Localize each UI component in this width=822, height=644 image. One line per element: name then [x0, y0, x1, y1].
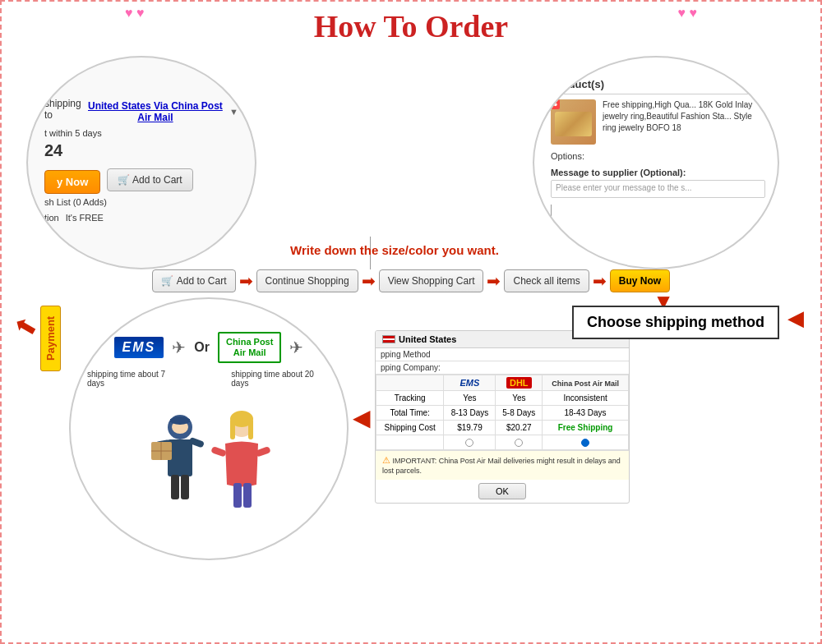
shipping-cost-label: Shipping Cost: [376, 421, 444, 435]
shipping-link[interactable]: United States Via China Post Air Mail: [85, 100, 226, 123]
buy-cart-buttons: y Now 🛒 Add to Cart: [44, 165, 193, 194]
total-time-ems: 8-13 Days: [444, 406, 496, 421]
col-header-blank: [376, 375, 444, 391]
buy-now-flow-label: Buy Now: [619, 275, 661, 287]
svg-rect-8: [181, 475, 189, 499]
col-header-china-post: China Post Air Mail: [543, 375, 629, 391]
product-description: Free shipping,High Qua... 18K Gold Inlay…: [603, 99, 765, 134]
radio-ems[interactable]: [465, 439, 473, 447]
connector-down: [551, 205, 552, 225]
price-display: 24: [44, 141, 62, 160]
center-area: Write down the size/color you want.: [256, 56, 533, 262]
product-row: ● Free shipping,High Qua... 18K Gold Inl…: [551, 99, 765, 145]
page-container: ♥ ♥ How To Order ♥ ♥ air shipping to Uni…: [0, 0, 822, 644]
write-down-text: Write down the size/color you want.: [290, 243, 499, 257]
total-time-row: Total Time: 8-13 Days 5-8 Days 18-43 Day…: [376, 406, 629, 421]
total-time-dhl: 5-8 Days: [496, 406, 543, 421]
svg-rect-14: [230, 419, 235, 439]
add-to-cart-label: Add to Cart: [132, 174, 182, 186]
col-header-ems: EMS: [444, 375, 496, 391]
china-post-logo: China PostAir Mail: [218, 332, 281, 363]
dropdown-icon[interactable]: ▼: [229, 107, 238, 117]
plane-china-post: ✈: [289, 338, 303, 357]
options-label: Options:: [551, 151, 584, 161]
product-badge: ●: [551, 99, 560, 109]
add-to-cart-button-left[interactable]: 🛒 Add to Cart: [107, 168, 192, 191]
total-time-label: Total Time:: [376, 406, 444, 421]
delivery-illustration: [127, 394, 291, 518]
shipping-table-container: United States pping Method pping Company…: [375, 330, 630, 504]
radio-ems-cell[interactable]: [444, 435, 496, 450]
ems-logo: EMS: [114, 337, 164, 358]
ok-button[interactable]: OK: [478, 483, 526, 499]
page-title: How To Order: [314, 1, 508, 44]
left-arrow-area: ➡: [14, 312, 36, 343]
shipping-method-label: pping Method: [381, 350, 431, 359]
shipping-cost-row: Shipping Cost $19.79 $20.27 Free Shippin…: [376, 421, 629, 435]
view-cart-label: View Shopping Cart: [388, 275, 475, 287]
radio-row: [376, 435, 629, 450]
china-post-shipping-time: shipping time about 20 days: [231, 370, 330, 388]
payment-label: Payment: [40, 306, 61, 371]
radio-dhl-cell[interactable]: [496, 435, 543, 450]
us-flag-icon: [382, 335, 395, 343]
check-items-label: Check all items: [513, 275, 580, 287]
radio-dhl[interactable]: [515, 439, 523, 447]
plane-ems: ✈: [172, 338, 186, 357]
message-input[interactable]: Please enter your message to the s...: [551, 180, 765, 198]
shipping-prefix: shipping to: [44, 98, 81, 121]
arrow-3: ➡: [487, 271, 501, 291]
shipping-options-circle: EMS ✈ Or China PostAir Mail ✈ shipping t…: [69, 297, 349, 560]
check-items-button[interactable]: Check all items: [504, 269, 589, 292]
choose-shipping-row: ◀ Choose shipping method: [787, 306, 804, 331]
important-note: ⚠ IMPORTANT: China Post Air Mail deliver…: [376, 450, 629, 479]
add-to-cart-flow-button[interactable]: 🛒 Add to Cart: [152, 269, 236, 292]
continue-shopping-label: Continue Shopping: [266, 275, 349, 287]
choose-shipping-area: ◀ Choose shipping method: [787, 306, 804, 331]
continue-shopping-button[interactable]: Continue Shopping: [256, 269, 358, 292]
product-page-circle: air shipping to United States Via China …: [26, 56, 256, 269]
shipping-comparison-table: EMS DHL China Post Air Mail Tracking Yes: [376, 375, 629, 450]
shipping-table-title: United States: [399, 334, 456, 344]
left-arrow-to-shipping: ◀: [787, 306, 804, 331]
flow-section: 🛒 Add to Cart ➡ Continue Shopping ➡ View…: [2, 269, 820, 292]
add-to-cart-flow-label: Add to Cart: [177, 275, 227, 287]
air-label: air: [44, 82, 55, 94]
hearts-top-right: ♥ ♥: [678, 6, 697, 21]
hearts-top-left: ♥ ♥: [125, 6, 144, 21]
shipping-logos-row: EMS ✈ Or China PostAir Mail ✈: [114, 332, 304, 363]
wish-list: sh List (0 Adds): [44, 197, 107, 207]
col-header-dhl: DHL: [496, 375, 543, 391]
cart-icon-flow: 🛒: [161, 275, 173, 287]
dhl-header-text: DHL: [506, 377, 532, 389]
within-days: t within 5 days: [44, 128, 102, 138]
svg-rect-19: [243, 483, 252, 508]
important-note-text: IMPORTANT: China Post Air Mail deliverie…: [382, 457, 621, 475]
shipping-row: shipping to United States Via China Post…: [44, 98, 238, 125]
top-section: air shipping to United States Via China …: [2, 48, 820, 269]
arrow-4: ➡: [593, 271, 607, 291]
cost-china-post: Free Shipping: [543, 421, 629, 435]
shipping-method-row: pping Method: [376, 348, 629, 361]
tracking-row: Tracking Yes Yes Inconsistent: [376, 391, 629, 406]
svg-rect-15: [248, 419, 253, 439]
warning-icon: ⚠: [382, 455, 390, 465]
china-post-header-text: China Post Air Mail: [552, 380, 619, 388]
left-arrow-mid-icon: ◀: [353, 404, 371, 431]
choose-shipping-box: Choose shipping method: [572, 306, 779, 339]
shipping-company-label: pping Company:: [381, 363, 441, 372]
total-time-china-post: 18-43 Days: [543, 406, 629, 421]
view-cart-button[interactable]: View Shopping Cart: [379, 269, 484, 292]
tracking-label: Tracking: [376, 391, 444, 406]
svg-rect-3: [170, 419, 190, 422]
products-header: Product(s): [551, 78, 765, 94]
title-area: ♥ ♥ How To Order ♥ ♥: [2, 2, 820, 48]
buy-now-button[interactable]: y Now: [44, 170, 100, 194]
tracking-ems: Yes: [444, 391, 496, 406]
free-label: It's FREE: [66, 213, 104, 223]
radio-china-post-cell[interactable]: [543, 435, 629, 450]
protection-label: tion: [44, 213, 59, 223]
product-page-inner: air shipping to United States Via China …: [28, 58, 255, 268]
radio-china-post[interactable]: [581, 439, 589, 447]
shipping-options-inner: EMS ✈ Or China PostAir Mail ✈ shipping t…: [71, 299, 347, 559]
